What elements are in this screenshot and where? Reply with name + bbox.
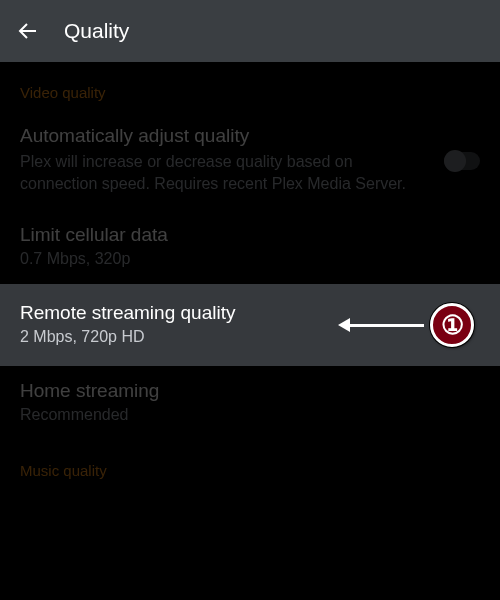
annotation-callout: ① [348,303,474,347]
setting-remote-streaming[interactable]: Remote streaming quality 2 Mbps, 720p HD… [0,284,500,366]
back-arrow-icon[interactable] [16,19,40,43]
app-header: Quality [0,0,500,62]
section-header-music: Music quality [0,440,500,489]
setting-limit-cellular[interactable]: Limit cellular data 0.7 Mbps, 320p [0,210,500,284]
section-header-video: Video quality [0,62,500,111]
arrow-icon [348,324,424,327]
toggle-switch[interactable] [444,152,480,170]
setting-value: Recommended [20,406,480,424]
setting-title: Automatically adjust quality [20,125,480,147]
setting-title: Limit cellular data [20,224,480,246]
settings-content: Video quality Automatically adjust quali… [0,62,500,489]
setting-value: 0.7 Mbps, 320p [20,250,480,268]
annotation-badge: ① [430,303,474,347]
setting-auto-adjust[interactable]: Automatically adjust quality Plex will i… [0,111,500,210]
page-title: Quality [64,19,129,43]
annotation-number: ① [441,310,464,341]
setting-description: Plex will increase or decrease quality b… [20,151,480,194]
setting-title: Home streaming [20,380,480,402]
setting-home-streaming[interactable]: Home streaming Recommended [0,366,500,440]
